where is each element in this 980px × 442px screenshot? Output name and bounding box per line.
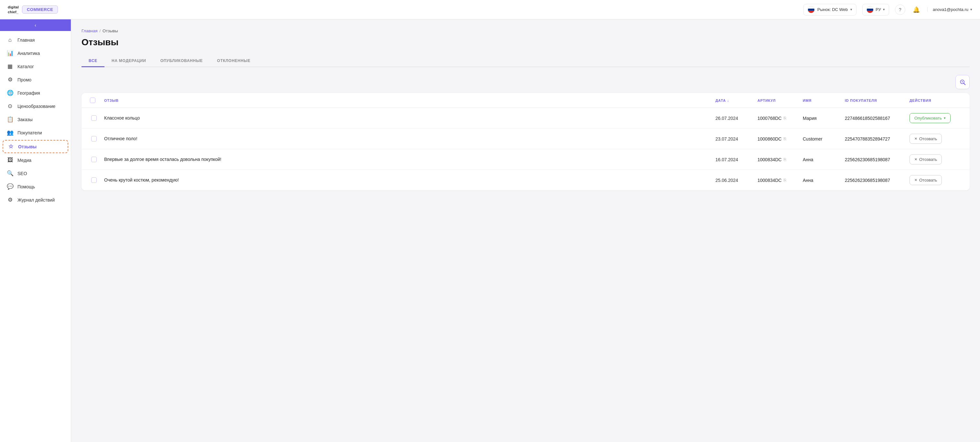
tab-all[interactable]: ВСЕ: [81, 55, 105, 67]
header-article[interactable]: АРТИКУЛ: [754, 94, 800, 107]
orders-icon: 📋: [6, 116, 14, 123]
revoke-button[interactable]: ✕ Отозвать: [910, 154, 942, 165]
tab-moderation[interactable]: НА МОДЕРАЦИИ: [105, 55, 153, 67]
review-actions: ✕ Отозвать: [906, 170, 964, 190]
sidebar-item-customers[interactable]: 👥 Покупатели: [0, 126, 71, 139]
header-buyer_id[interactable]: ID ПОКУПАТЕЛЯ: [842, 94, 906, 107]
market-label: Рынок: DC Web: [817, 7, 848, 12]
article-value: 1000860DC: [757, 136, 782, 141]
header-name[interactable]: ИМЯ: [800, 94, 842, 107]
lang-label: РУ: [875, 7, 881, 12]
svg-rect-0: [808, 6, 815, 9]
table-header: ОТЗЫВДАТА↓АРТИКУЛИМЯID ПОКУПАТЕЛЯДЕЙСТВИ…: [81, 93, 970, 108]
geography-icon: 🌐: [6, 89, 14, 96]
row-checkbox[interactable]: [91, 116, 97, 121]
row-checkbox[interactable]: [91, 136, 97, 141]
filter-button[interactable]: [955, 75, 970, 89]
sidebar-item-analytics[interactable]: 📊 Аналитика: [0, 46, 71, 60]
breadcrumb-home[interactable]: Главная: [81, 29, 97, 33]
sidebar-item-home[interactable]: ⌂ Главная: [0, 33, 71, 46]
row-checkbox[interactable]: [91, 177, 97, 183]
copy-icon[interactable]: ⎘: [784, 136, 786, 141]
tab-published[interactable]: ОПУБЛИКОВАННЫЕ: [153, 55, 210, 67]
sidebar-toggle-button[interactable]: ‹: [0, 19, 71, 31]
sidebar-item-geography[interactable]: 🌐 География: [0, 86, 71, 100]
article-value: 1000834DC: [757, 157, 782, 162]
row-checkbox[interactable]: [91, 157, 97, 162]
logo-text: digital chief_: [8, 5, 19, 14]
sidebar-item-media[interactable]: 🖼 Медиа: [0, 154, 71, 167]
user-chevron-icon: ▾: [970, 8, 972, 12]
breadcrumb: Главная / Отзывы: [81, 29, 970, 33]
sidebar-item-help[interactable]: 💬 Помощь: [0, 180, 71, 193]
sidebar-label-customers: Покупатели: [18, 130, 42, 135]
copy-icon[interactable]: ⎘: [784, 157, 786, 162]
table-row: Впервые за долгое время осталась довольн…: [81, 149, 970, 170]
market-selector[interactable]: Рынок: DC Web ▾: [803, 4, 856, 16]
home-icon: ⌂: [6, 37, 14, 43]
help-button[interactable]: ?: [895, 5, 905, 15]
row-checkbox-cell: [87, 152, 101, 167]
review-date: 25.06.2024: [712, 173, 754, 188]
sidebar-item-orders[interactable]: 📋 Заказы: [0, 113, 71, 126]
tab-rejected[interactable]: ОТКЛОНЕННЫЕ: [210, 55, 258, 67]
sort-arrow-icon: ↓: [727, 98, 729, 102]
sidebar-item-promo[interactable]: ⚙ Промо: [0, 73, 71, 86]
review-name: Customer: [800, 131, 842, 147]
review-name: Мария: [800, 111, 842, 126]
review-text: Отличное поло!: [101, 130, 712, 147]
sidebar-label-media: Медиа: [18, 158, 31, 163]
filter-icon: [959, 79, 966, 85]
review-date: 16.07.2024: [712, 152, 754, 167]
table-row: Классное кольцо26.07.2024 1000768DC ⎘ Ма…: [81, 108, 970, 128]
table-row: Отличное поло!23.07.2024 1000860DC ⎘ Cus…: [81, 128, 970, 149]
publish-button[interactable]: Опубликовать ▾: [910, 113, 951, 123]
header-review[interactable]: ОТЗЫВ: [101, 94, 712, 107]
user-area[interactable]: anova1@pochta.ru ▾: [927, 7, 972, 12]
sidebar-nav: ⌂ Главная📊 Аналитика▦ Каталог⚙ Промо🌐 Ге…: [0, 31, 71, 209]
header-actions[interactable]: ДЕЙСТВИЯ: [906, 94, 964, 107]
sidebar-item-reviews[interactable]: ☆ Отзывы: [3, 140, 68, 153]
breadcrumb-current: Отзывы: [103, 29, 118, 33]
review-date: 23.07.2024: [712, 131, 754, 147]
customers-icon: 👥: [6, 129, 14, 136]
breadcrumb-separator: /: [99, 29, 100, 33]
sidebar-label-geography: География: [18, 90, 40, 96]
lang-chevron-icon: ▾: [883, 8, 885, 12]
row-checkbox-cell: [87, 131, 101, 147]
copy-icon[interactable]: ⎘: [784, 116, 786, 120]
header-date[interactable]: ДАТА↓: [712, 94, 754, 107]
sidebar-label-orders: Заказы: [18, 117, 33, 122]
revoke-button[interactable]: ✕ Отозвать: [910, 175, 942, 185]
reviews-icon: ☆: [7, 143, 14, 150]
sidebar-label-analytics: Аналитика: [18, 51, 40, 56]
publish-label: Опубликовать: [914, 116, 942, 120]
lang-selector[interactable]: РУ ▾: [862, 4, 889, 16]
notifications-button[interactable]: 🔔: [911, 5, 921, 15]
revoke-x-icon: ✕: [914, 137, 917, 141]
review-text: Впервые за долгое время осталась довольн…: [101, 151, 712, 168]
header-label-date: ДАТА: [716, 98, 726, 102]
revoke-button[interactable]: ✕ Отозвать: [910, 134, 942, 144]
review-article: 1000860DC ⎘: [754, 131, 800, 147]
sidebar-item-seo[interactable]: 🔍 SEO: [0, 167, 71, 180]
svg-rect-3: [867, 6, 873, 9]
sidebar-item-pricing[interactable]: ⊙ Ценообразование: [0, 100, 71, 113]
activity-icon: ⚙: [6, 196, 14, 203]
sidebar-item-catalog[interactable]: ▦ Каталог: [0, 60, 71, 73]
copy-icon[interactable]: ⎘: [784, 178, 786, 182]
reviews-table: ОТЗЫВДАТА↓АРТИКУЛИМЯID ПОКУПАТЕЛЯДЕЙСТВИ…: [81, 93, 970, 190]
review-article: 1000834DC ⎘: [754, 152, 800, 167]
select-all-checkbox[interactable]: [90, 98, 95, 103]
review-buyer-id: 225626230685198087: [842, 152, 906, 167]
revoke-x-icon: ✕: [914, 178, 917, 182]
tabs: ВСЕНА МОДЕРАЦИИОПУБЛИКОВАННЫЕОТКЛОНЕННЫЕ: [81, 55, 970, 67]
sidebar: ‹ ⌂ Главная📊 Аналитика▦ Каталог⚙ Промо🌐 …: [0, 19, 71, 442]
review-actions: ✕ Отозвать: [906, 149, 964, 170]
sidebar-label-promo: Промо: [18, 77, 31, 82]
svg-rect-2: [808, 11, 815, 13]
review-buyer-id: 225470788352894727: [842, 131, 906, 147]
svg-point-8: [962, 81, 963, 82]
russia-flag-icon: [808, 6, 815, 13]
sidebar-item-activity[interactable]: ⚙ Журнал действий: [0, 193, 71, 206]
